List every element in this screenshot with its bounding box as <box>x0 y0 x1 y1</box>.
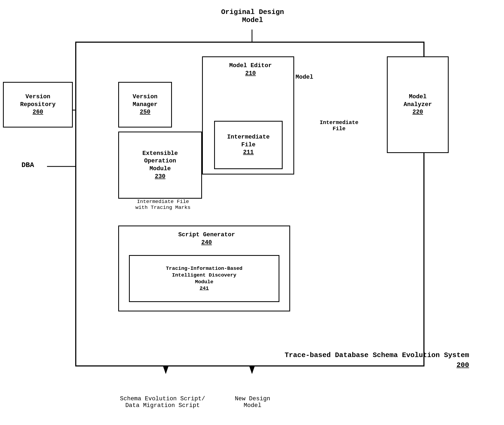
dba-label: DBA <box>21 161 34 169</box>
intermediate-file-tracing-label: Intermediate Filewith Tracing Marks <box>135 199 190 210</box>
intermediate-file-box: IntermediateFile211 <box>214 121 283 169</box>
model-arrow-label: Model <box>296 74 313 81</box>
new-design-model-label: New DesignModel <box>226 395 279 409</box>
intermediate-file-arrow-label: IntermediateFile <box>320 119 358 132</box>
version-repository-box: VersionRepository260 <box>3 82 73 128</box>
diagram-container: Original Design Model Trace-based Databa… <box>0 0 504 425</box>
schema-evolution-label: Schema Evolution Script/Data Migration S… <box>118 395 207 409</box>
original-design-model-label: Original Design Model <box>215 8 290 24</box>
intelligent-discovery-box: Tracing-Information-BasedIntelligent Dis… <box>129 255 279 302</box>
system-title-label: Trace-based Database Schema Evolution Sy… <box>285 350 469 370</box>
version-manager-box: VersionManager250 <box>118 82 172 128</box>
model-analyzer-box: ModelAnalyzer220 <box>387 56 449 153</box>
extensible-operation-box: ExtensibleOperationModule230 <box>118 132 202 199</box>
